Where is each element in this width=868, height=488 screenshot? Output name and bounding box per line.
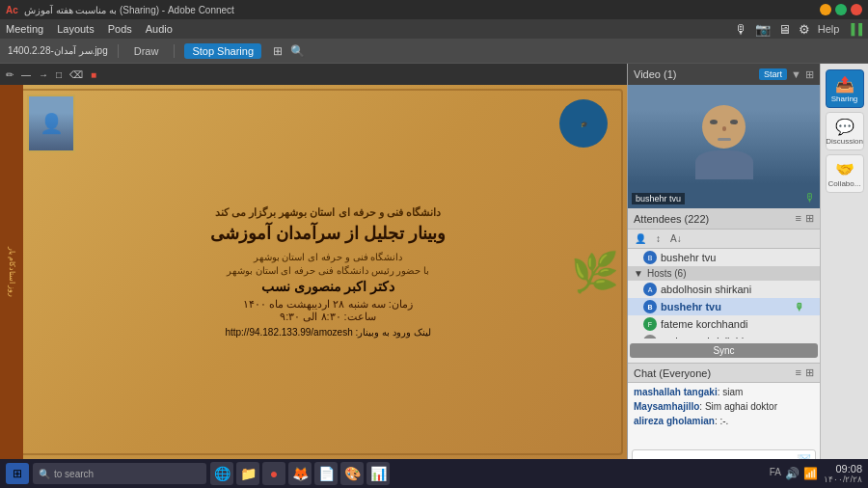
draw-pencil[interactable]: ✏: [6, 69, 14, 80]
attendee-item-3[interactable]: F fateme korchhandi: [628, 315, 820, 333]
hosts-label: Hosts (6): [647, 268, 687, 279]
att-filter-icon[interactable]: A↓: [667, 232, 685, 245]
maximize-btn[interactable]: [835, 4, 847, 15]
draw-toolbar: ✏ — → □ ⌫ ■: [0, 64, 627, 85]
main-area: ✏ — → □ ⌫ ■ روز استادکام یار 👤 �: [0, 64, 868, 488]
chat-msg-3: alireza gholamian: :-.: [634, 415, 814, 427]
stop-sharing-btn[interactable]: Stop Sharing: [184, 43, 261, 59]
discussion-icon: 💬: [835, 118, 854, 136]
sidebar-icons: 📤 Sharing 💬 Discussion 🤝 Collabo...: [820, 64, 868, 488]
slide-area: روز استادکام یار 👤 🎓 🌿 دانشگاه فنی و حرف…: [0, 85, 627, 459]
att-avatar-3: F: [643, 317, 657, 331]
chat-sender-3: alireza gholamian: [634, 416, 715, 426]
window-title: به مناسبت هفته آموزش (Sharing) - Adobe C…: [24, 5, 234, 15]
taskbar: ⊞ 🔍 to search 🌐 📁 ● 🦊 📄 🎨 📊 FA 🔊 📶 09:08…: [0, 459, 868, 488]
att-sort-icon[interactable]: ↕: [653, 232, 664, 245]
hosts-collapse-icon: ▼: [634, 268, 643, 279]
mic-icon[interactable]: 🎙: [735, 22, 747, 37]
draw-line[interactable]: —: [21, 69, 31, 80]
file-name: سر آمدان-1400.2.28.jpg: [8, 45, 108, 56]
sync-button[interactable]: Sync: [630, 343, 818, 358]
attendees-section: Attendees (222) ≡ ⊞ 👤 ↕ A↓ B bushehr tvu: [628, 208, 820, 363]
taskbar-clock[interactable]: 09:08 ۱۴۰۰/۲/۲۸: [824, 463, 862, 484]
sidebar-sharing-btn[interactable]: 📤 Sharing: [826, 69, 864, 108]
fit-icon[interactable]: ⊞: [273, 44, 283, 58]
taskbar-app-7[interactable]: 📊: [366, 462, 390, 485]
hosts-group-header[interactable]: ▼ Hosts (6): [628, 266, 820, 281]
menu-bar: Meeting Layouts Pods Audio 🎙 📷 🖥 ⚙ Help …: [0, 19, 868, 39]
menu-audio[interactable]: Audio: [146, 23, 173, 35]
help-label[interactable]: Help: [818, 23, 840, 35]
chat-msg-1: mashallah tangaki: siam: [634, 386, 814, 398]
tray-network[interactable]: 📶: [803, 467, 818, 480]
menu-meeting[interactable]: Meeting: [6, 23, 43, 35]
draw-btn[interactable]: Draw: [128, 43, 165, 59]
chat-title: Chat (Everyone): [634, 367, 711, 379]
draw-color[interactable]: ■: [91, 69, 96, 80]
taskbar-app-2[interactable]: 📁: [236, 462, 259, 485]
taskbar-app-3[interactable]: ●: [262, 462, 285, 485]
taskbar-apps: 🌐 📁 ● 🦊 📄 🎨 📊: [210, 462, 390, 485]
taskbar-right: FA 🔊 📶 09:08 ۱۴۰۰/۲/۲۸: [770, 463, 862, 484]
person-thumbnail: 👤: [27, 95, 75, 152]
zoom-icon[interactable]: 🔍: [290, 44, 305, 58]
draw-arrow[interactable]: →: [39, 69, 48, 80]
draw-eraser[interactable]: ⌫: [69, 69, 83, 80]
video-start-btn[interactable]: Start: [759, 68, 787, 80]
attendees-options[interactable]: ≡: [796, 212, 801, 225]
att-user-icon: 👤: [632, 232, 649, 245]
search-icon: 🔍: [39, 469, 50, 479]
menu-layouts[interactable]: Layouts: [57, 23, 95, 35]
person-silhouette: 👤: [29, 96, 73, 150]
tray-lang[interactable]: FA: [770, 467, 781, 480]
sidebar-collab-btn[interactable]: 🤝 Collabo...: [826, 154, 864, 193]
settings-icon[interactable]: ⚙: [799, 22, 810, 37]
decorative-rose: 🌿: [571, 250, 619, 295]
chat-expand[interactable]: ⊞: [805, 366, 814, 379]
video-maximize-icon[interactable]: ⊞: [805, 68, 814, 81]
tray-volume[interactable]: 🔊: [785, 467, 800, 480]
chat-options[interactable]: ≡: [796, 366, 801, 379]
att-mic-icon: 🎙: [795, 302, 804, 312]
ribbon-text: روز استادکام یار: [8, 247, 16, 297]
attendees-toolbar: 👤 ↕ A↓: [628, 230, 820, 249]
video-mic-icon: 🎙: [804, 191, 816, 204]
draw-rect[interactable]: □: [56, 69, 62, 80]
close-btn[interactable]: [851, 4, 862, 15]
cam-icon[interactable]: 📷: [755, 22, 771, 37]
taskbar-app-4[interactable]: 🦊: [288, 462, 312, 485]
app-icon: Ac: [6, 5, 18, 15]
screen-icon[interactable]: 🖥: [778, 22, 791, 37]
taskbar-search[interactable]: 🔍 to search: [33, 463, 206, 484]
chat-sender-1: mashallah tangaki: [634, 387, 718, 397]
attendee-item-2[interactable]: B bushehr tvu 🎙: [628, 298, 820, 315]
taskbar-app-1[interactable]: 🌐: [210, 462, 233, 485]
attendee-top-user[interactable]: B bushehr tvu: [628, 249, 820, 266]
slide-content: روز استادکام یار 👤 🎓 🌿 دانشگاه فنی و حرف…: [0, 85, 627, 459]
att-avatar-1: A: [643, 283, 657, 296]
start-button[interactable]: ⊞: [6, 463, 29, 484]
att-top-name: bushehr tvu: [661, 252, 716, 263]
chat-header: Chat (Everyone) ≡ ⊞: [628, 364, 820, 383]
chat-text-3: :-.: [719, 416, 728, 426]
signal-icon: ▐▐: [847, 23, 862, 35]
toolbar-sep-2: [174, 44, 175, 58]
attendees-expand[interactable]: ⊞: [805, 212, 814, 225]
taskbar-app-6[interactable]: 🎨: [340, 462, 364, 485]
clock-date: ۱۴۰۰/۲/۲۸: [824, 474, 862, 484]
video-title: Video (1): [634, 68, 676, 80]
right-panel: Video (1) Start ▼ ⊞: [627, 64, 820, 488]
sys-tray: FA 🔊 📶: [770, 467, 818, 480]
menu-pods[interactable]: Pods: [108, 23, 132, 35]
attendee-item-1[interactable]: A abdolhosin shirkani: [628, 281, 820, 298]
sidebar-discussion-btn[interactable]: 💬 Discussion: [826, 112, 864, 150]
attendees-header: Attendees (222) ≡ ⊞: [628, 208, 820, 230]
video-options-icon[interactable]: ▼: [791, 68, 801, 80]
sharing-label: Sharing: [831, 95, 858, 103]
taskbar-app-5[interactable]: 📄: [314, 462, 338, 485]
att-name-3: fateme korchhandi: [661, 318, 748, 330]
minimize-btn[interactable]: [820, 4, 831, 15]
toolbar-sep-1: [118, 44, 119, 58]
slide-border: [4, 89, 623, 455]
video-header: Video (1) Start ▼ ⊞: [628, 64, 820, 85]
